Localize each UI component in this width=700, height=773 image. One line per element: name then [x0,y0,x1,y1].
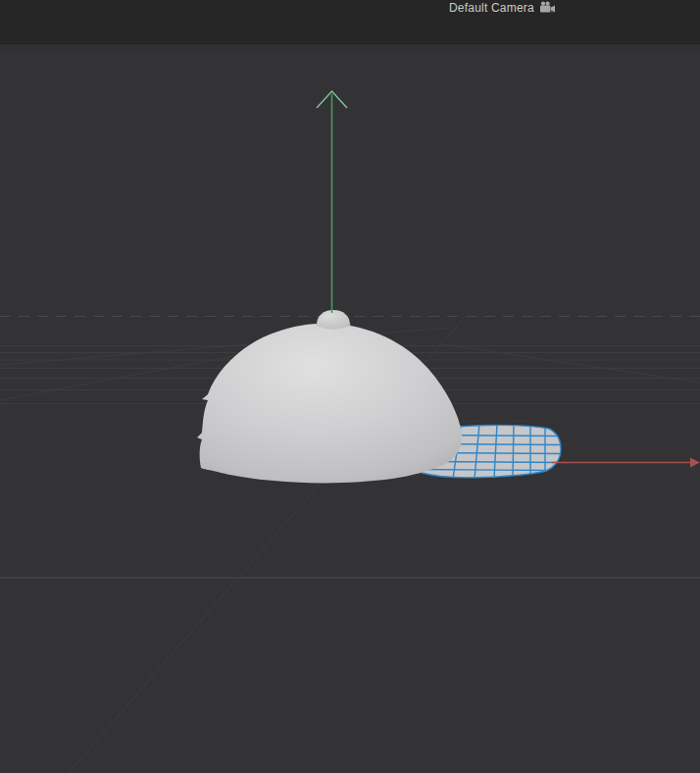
dome-object[interactable] [197,310,462,483]
viewport-topbar [0,0,700,44]
y-axis-handle[interactable] [317,91,347,313]
dome-top-knob [317,310,350,330]
camera-icon[interactable] [539,1,556,14]
3d-viewport-canvas[interactable] [0,0,700,773]
camera-label[interactable]: Default Camera [449,1,534,15]
viewport-window: Default Camera [0,0,700,773]
camera-menu[interactable]: Default Camera [449,0,556,15]
x-axis-handle[interactable] [552,458,700,468]
